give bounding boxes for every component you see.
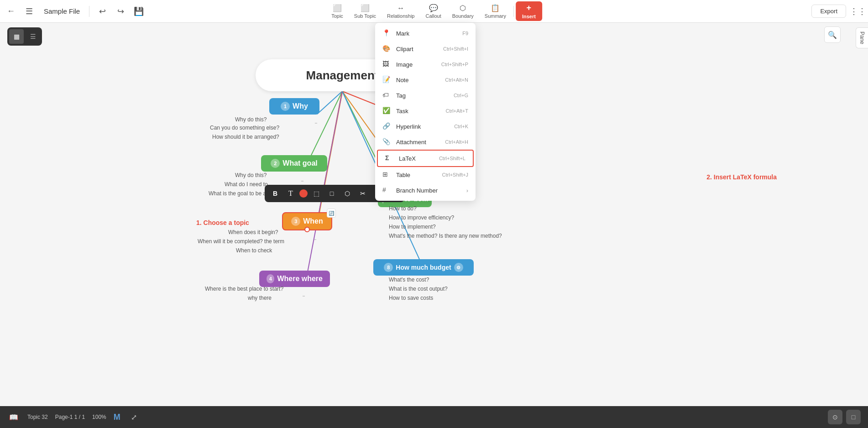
menu-note[interactable]: 📝 Note Ctrl+Alt+N bbox=[375, 72, 476, 88]
grid-button[interactable]: ⋮⋮⋮ bbox=[850, 4, 864, 19]
main-toolbar: ← ☰ Sample File ↩ ↪ 💾 ⬜ Topic ⬜ Sub Topi… bbox=[0, 0, 868, 23]
sub-label-when2: When will it be completed? the term bbox=[198, 238, 284, 245]
undo-button[interactable]: ↩ bbox=[95, 4, 110, 19]
insert-latex-annotation: 2. Insert LaTeX formula bbox=[706, 173, 777, 181]
toolbar-left: ← ☰ Sample File ↩ ↪ 💾 bbox=[4, 4, 146, 19]
menu-attachment[interactable]: 📎 Attachment Ctrl+Alt+H bbox=[375, 134, 476, 150]
divider2 bbox=[513, 6, 514, 17]
node-what-goal[interactable]: 2 What goal bbox=[261, 155, 327, 172]
tag-icon: 🏷 bbox=[382, 91, 391, 99]
sub-label-what1: Why do this? bbox=[235, 172, 267, 178]
pane-tab[interactable]: Pane bbox=[856, 27, 868, 48]
svg-line-0 bbox=[317, 91, 342, 114]
choose-topic-annotation: 1. Choose a topic bbox=[196, 219, 249, 226]
grid-view-button[interactable]: ▦ bbox=[9, 29, 24, 44]
note-icon: 📝 bbox=[382, 76, 391, 84]
view-toolbar: ▦ ☰ bbox=[7, 27, 42, 46]
tool-callout[interactable]: 💬 Callout bbox=[420, 2, 446, 21]
float-rect[interactable]: □ bbox=[325, 187, 339, 200]
sub-label-when3: When to check bbox=[236, 247, 272, 254]
tool-relationship[interactable]: ↔ Relationship bbox=[382, 2, 420, 21]
topic-count: Topic 32 bbox=[27, 414, 48, 420]
resize-handle[interactable] bbox=[304, 227, 310, 232]
redo-button[interactable]: ↪ bbox=[113, 4, 128, 19]
float-connect[interactable]: ⬡ bbox=[340, 187, 354, 200]
menu-table[interactable]: ⊞ Table Ctrl+Shift+J bbox=[375, 167, 476, 183]
sub-label-when1: When does it begin? bbox=[228, 229, 278, 235]
status-right-btn2[interactable]: □ bbox=[846, 410, 861, 424]
sub-label-how3: How to implement? bbox=[389, 224, 436, 230]
copy-handle[interactable]: 🔄 bbox=[327, 209, 336, 218]
toolbar-right: Export ⋮⋮⋮ bbox=[811, 4, 864, 19]
sub-label-why3: How should it be arranged? bbox=[212, 134, 279, 140]
status-bar: 📖 Topic 32 Page-1 1 / 1 100% M ⤢ ⊙ □ bbox=[0, 406, 868, 428]
clipart-icon: 🎨 bbox=[382, 45, 391, 53]
node-where-where[interactable]: 4 Where where bbox=[259, 271, 330, 287]
list-view-button[interactable]: ☰ bbox=[26, 29, 40, 44]
divider bbox=[89, 6, 89, 17]
sub-label-budget1: What's the cost? bbox=[389, 277, 429, 283]
status-right-btn1[interactable]: ⊙ bbox=[828, 410, 842, 424]
branch-number-icon: # bbox=[382, 186, 391, 194]
sub-label-how1: How to do? bbox=[389, 205, 417, 212]
toolbar-center: ⬜ Topic ⬜ Sub Topic ↔ Relationship 💬 Cal… bbox=[326, 1, 542, 21]
sub-label-why1: Why do this? bbox=[235, 116, 267, 123]
file-title: Sample File bbox=[40, 7, 84, 15]
menu-branch-number[interactable]: # Branch Number › bbox=[375, 183, 476, 198]
tool-summary[interactable]: 📋 Summary bbox=[479, 2, 512, 21]
menu-button[interactable]: ☰ bbox=[22, 4, 37, 19]
fullscreen-button[interactable]: ⤢ bbox=[128, 411, 141, 423]
mark-icon: 📍 bbox=[382, 29, 391, 37]
menu-tag[interactable]: 🏷 Tag Ctrl+G bbox=[375, 88, 476, 103]
menu-clipart[interactable]: 🎨 Clipart Ctrl+Shift+I bbox=[375, 41, 476, 57]
app-logo: M bbox=[114, 412, 120, 422]
menu-hyperlink[interactable]: 🔗 Hyperlink Ctrl+K bbox=[375, 119, 476, 134]
back-button[interactable]: ← bbox=[4, 4, 18, 19]
sub-label-budget2: What is the cost output? bbox=[389, 286, 448, 292]
node-how-much[interactable]: 8 How much budget ⚙ bbox=[373, 259, 474, 276]
float-cut[interactable]: ✂ bbox=[356, 187, 370, 200]
back-icon: ← bbox=[7, 6, 15, 16]
menu-latex[interactable]: Σ LaTeX Ctrl+Shift+L bbox=[377, 150, 474, 167]
attachment-icon: 📎 bbox=[382, 138, 391, 146]
zoom-level: 100% bbox=[92, 414, 106, 420]
menu-image[interactable]: 🖼 Image Ctrl+Shift+P bbox=[375, 57, 476, 72]
menu-icon: ☰ bbox=[26, 6, 33, 16]
sub-label-how2: How to improve efficiency? bbox=[389, 214, 454, 221]
float-font[interactable]: T bbox=[284, 187, 298, 200]
latex-icon: Σ bbox=[385, 154, 393, 162]
task-icon: ✅ bbox=[382, 107, 391, 115]
book-icon-button[interactable]: 📖 bbox=[7, 411, 20, 423]
tool-topic[interactable]: ⬜ Topic bbox=[326, 2, 349, 21]
table-icon: ⊞ bbox=[382, 171, 391, 179]
tool-boundary[interactable]: ⬡ Boundary bbox=[447, 2, 479, 21]
sub-label-how4: What's the method? Is there any new meth… bbox=[389, 233, 502, 239]
hyperlink-icon: 🔗 bbox=[382, 122, 391, 130]
menu-mark[interactable]: 📍 Mark F9 bbox=[375, 26, 476, 41]
save-button[interactable]: 💾 bbox=[131, 4, 146, 19]
sub-label-where1: Where is the best place to start? bbox=[205, 286, 283, 292]
float-color[interactable] bbox=[299, 189, 308, 198]
menu-task[interactable]: ✅ Task Ctrl+Alt+T bbox=[375, 103, 476, 119]
tool-sub-topic[interactable]: ⬜ Sub Topic bbox=[349, 2, 382, 21]
float-bold[interactable]: B bbox=[268, 187, 282, 200]
sub-label-budget3: How to save costs bbox=[389, 295, 433, 301]
node-when[interactable]: 3 When 🔄 bbox=[282, 212, 332, 230]
status-right-buttons: ⊙ □ bbox=[828, 410, 861, 424]
node-why[interactable]: 1 Why bbox=[269, 98, 319, 115]
search-button[interactable]: 🔍 bbox=[824, 26, 841, 43]
image-icon: 🖼 bbox=[382, 60, 391, 68]
sub-label-where2: why there bbox=[248, 295, 272, 301]
float-select-rect[interactable]: ⬚ bbox=[309, 187, 323, 200]
export-button[interactable]: Export bbox=[811, 5, 846, 18]
sub-label-why2: Can you do something else? bbox=[210, 125, 279, 131]
insert-button[interactable]: + Insert bbox=[516, 1, 542, 21]
insert-dropdown: 📍 Mark F9 🎨 Clipart Ctrl+Shift+I 🖼 Image… bbox=[375, 23, 476, 201]
page-info: Page-1 1 / 1 bbox=[55, 414, 85, 420]
